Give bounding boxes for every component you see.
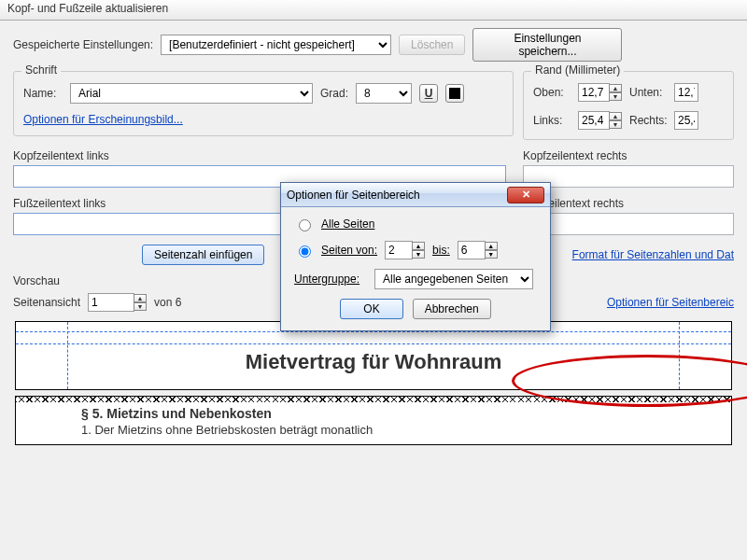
- pagenumber-format-link[interactable]: Format für Seitenzahlen und Dat: [572, 248, 734, 261]
- font-color-button[interactable]: [445, 84, 464, 103]
- to-page-input[interactable]: ▲▼: [458, 241, 498, 259]
- saved-settings-label: Gespeicherte Einstellungen:: [13, 38, 153, 51]
- from-page-input[interactable]: ▲▼: [385, 241, 425, 259]
- appearance-options-link[interactable]: Optionen für Erscheinungsbild...: [23, 113, 183, 126]
- margin-left-input[interactable]: ▲▼: [578, 111, 622, 130]
- to-label: bis:: [432, 244, 450, 257]
- font-size-label: Grad:: [320, 87, 348, 100]
- close-icon[interactable]: ✕: [507, 187, 544, 203]
- margin-bottom-label: Unten:: [629, 86, 667, 99]
- all-pages-label: Alle Seiten: [321, 217, 374, 231]
- delete-button[interactable]: Löschen: [399, 35, 465, 55]
- subset-select[interactable]: Alle angegebenen Seiten: [374, 269, 533, 289]
- section-item: 1. Der Mietzins ohne Betriebskosten betr…: [81, 423, 666, 437]
- preview-page-2: § 5. Mietzins und Nebenkosten 1. Der Mie…: [15, 396, 732, 445]
- margin-right-input[interactable]: [674, 111, 698, 130]
- page-range-options-link[interactable]: Optionen für Seitenbereic: [607, 296, 734, 309]
- margins-group-title: Rand (Millimeter): [531, 63, 624, 77]
- dialog-title: Optionen für Seitenbereich: [287, 189, 420, 202]
- margin-right-label: Rechts:: [629, 114, 667, 127]
- pages-from-radio[interactable]: [299, 245, 311, 258]
- font-size-select[interactable]: 8: [356, 83, 412, 104]
- subset-label: Untergruppe:: [294, 273, 367, 286]
- save-settings-button[interactable]: Einstellungen speichern...: [472, 28, 622, 62]
- margin-bottom-input[interactable]: [674, 83, 698, 102]
- insert-pagenumber-button[interactable]: Seitenzahl einfügen: [142, 245, 264, 265]
- all-pages-radio[interactable]: [299, 219, 311, 231]
- font-group-title: Schrift: [21, 63, 61, 77]
- cancel-button[interactable]: Abbrechen: [413, 299, 491, 319]
- font-name-label: Name:: [23, 87, 63, 100]
- pageview-input[interactable]: ▲▼: [88, 293, 147, 312]
- preview-page-1: Mietvertrag für Wohnraum: [15, 321, 732, 390]
- ok-button[interactable]: OK: [340, 299, 402, 319]
- footer-left-label: Fußzeilentext links: [13, 197, 106, 210]
- pages-from-label: Seiten von:: [321, 244, 377, 257]
- page-range-dialog: Optionen für Seitenbereich ✕ Alle Seiten…: [280, 182, 551, 331]
- saved-settings-select[interactable]: [Benutzerdefiniert - nicht gespeichert]: [161, 35, 391, 55]
- margin-top-input[interactable]: ▲▼: [578, 83, 622, 102]
- underline-button[interactable]: U: [419, 84, 438, 103]
- section-title: § 5. Mietzins und Nebenkosten: [81, 406, 666, 421]
- header-left-label: Kopfzeilentext links: [13, 149, 109, 162]
- header-right-label: Kopfzeilentext rechts: [523, 149, 627, 162]
- header-right-input[interactable]: [523, 165, 734, 188]
- margin-left-label: Links:: [533, 114, 571, 127]
- footer-right-input[interactable]: [523, 213, 734, 235]
- doc-title: Mietvertrag für Wohnraum: [16, 350, 731, 374]
- font-name-select[interactable]: Arial: [70, 83, 313, 104]
- pageview-of: von 6: [154, 296, 181, 309]
- pageview-label: Seitenansicht: [13, 296, 80, 309]
- window-title: Kopf- und Fußzeile aktualisieren: [0, 0, 747, 21]
- margin-top-label: Oben:: [533, 86, 571, 99]
